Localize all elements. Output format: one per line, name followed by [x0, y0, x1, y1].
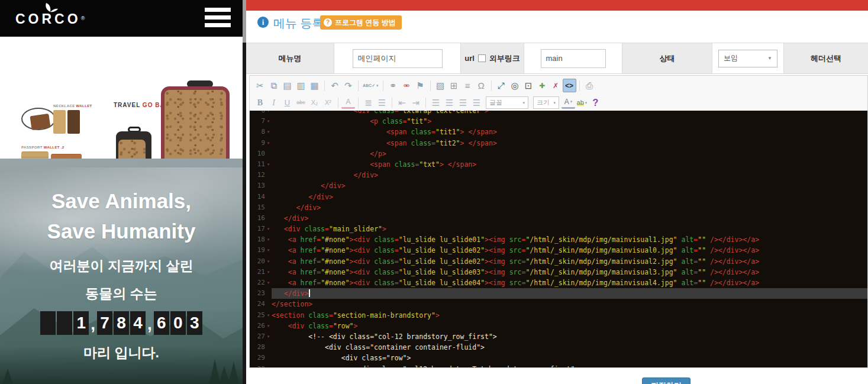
toolbar-separator [430, 80, 431, 91]
external-link-checkbox[interactable] [478, 54, 486, 62]
bg-color-icon[interactable]: ab▾ [575, 96, 589, 109]
save-button[interactable]: 저장하기 [642, 377, 690, 384]
superscript-icon[interactable]: X² [321, 96, 335, 109]
find-icon[interactable]: ◎ [508, 79, 522, 92]
toolbar-row-2: BIUabcX₂X²A≣☰⇤⇥☰☰☰☰글꼴▾크기▾A▾ab▾? [253, 94, 864, 111]
hero-section: Save Animals, Save Humanity 여러분이 지금까지 살린… [0, 159, 243, 384]
align-center-icon[interactable]: ☰ [443, 96, 456, 109]
undo-icon[interactable]: ↶ [328, 79, 341, 92]
code-line-17[interactable]: 17▾ <div class="main_slider"> [250, 224, 867, 234]
copy-icon[interactable]: ⧉ [267, 79, 280, 92]
code-line-24[interactable]: 24</section> [250, 299, 867, 309]
source-button[interactable]: <> [563, 79, 576, 92]
menu-name-label: 메뉴명 [279, 53, 302, 64]
necklace-wallet-label: NECKLACE WALLET [53, 104, 92, 108]
help-icon[interactable]: ? [589, 96, 602, 109]
strike-icon[interactable]: abc [294, 96, 308, 109]
menu-form-row: 메뉴명 url 외부링크 상태 보임 ▼ 헤더선택 [246, 43, 868, 74]
hline-icon[interactable]: ≡ [461, 79, 475, 92]
passport-wallet-label: PASSPORT WALLET .2 [21, 146, 64, 149]
brand-reg: ® [81, 15, 85, 21]
redo-icon[interactable]: ↷ [341, 79, 355, 92]
paste-icon[interactable]: ▤ [280, 79, 294, 92]
align-left-icon[interactable]: ☰ [429, 96, 443, 109]
toolbar-separator [392, 98, 392, 108]
code-line-26[interactable]: 26▾ <div class="row"> [250, 321, 867, 331]
hamburger-menu-icon[interactable] [205, 8, 231, 29]
print-icon[interactable]: ⎙ [583, 79, 596, 92]
font-dropdown[interactable]: 글꼴▾ [486, 96, 528, 109]
code-line-12[interactable]: 12 </div> [250, 170, 867, 180]
top-red-bar [246, 0, 868, 11]
admin-panel: i 메뉴 등록 ? 프로그램 연동 방법 메뉴명 url 외부링크 상태 보임 … [246, 0, 868, 384]
link-icon[interactable]: ⚭ [386, 79, 400, 92]
indent-icon[interactable]: ⇥ [409, 96, 422, 109]
code-line-30[interactable]: 30 <div class="col12 brandstoryTxt brand… [250, 364, 867, 369]
code-line-14[interactable]: 14 </div> [250, 192, 867, 202]
special-char-icon[interactable]: Ω [475, 79, 488, 92]
text-color-icon[interactable]: A▾ [562, 97, 575, 109]
code-line-11[interactable]: 11▾ <span class="txt"> </span> [250, 159, 867, 170]
paste-word-icon[interactable]: ▦ [308, 79, 321, 92]
select-all-icon[interactable]: ⊡ [522, 79, 535, 92]
code-line-25[interactable]: 25▾<section class="section-main-brandsto… [250, 310, 867, 321]
bubble-remove-icon[interactable]: ✗ [549, 79, 563, 92]
code-line-15[interactable]: 15 </div> [250, 202, 867, 213]
code-line-27[interactable]: 27▾ <!-- <div class="col-12 brandstory_r… [250, 331, 867, 342]
paste-text-icon[interactable]: ▥ [294, 79, 308, 92]
code-line-23[interactable]: 23 </div> [250, 288, 867, 299]
source-code-editor[interactable]: 6▾ <div class="txtwrap text-center">7▾ <… [249, 111, 868, 368]
counter-digit: 3 [187, 311, 202, 335]
editor-toolbar: ✂⧉▤▥▦↶↷ABC✓▾⚭⚮⚑▧⊞≡Ω⤢◎⊡✚✗<>⎙ BIUabcX₂X²A≣… [249, 75, 868, 111]
code-line-22[interactable]: 22▾ <a href="#none"><div class="lu_slide… [250, 277, 867, 288]
toolbar-separator [383, 80, 383, 91]
header-select-label: 헤더선택 [811, 53, 841, 64]
program-link-help-badge[interactable]: ? 프로그램 연동 방법 [320, 15, 402, 30]
code-line-7[interactable]: 7▾ <p class="tit"> [250, 116, 867, 127]
code-line-20[interactable]: 20▾ <a href="#none"><div class="lu_slide… [250, 256, 867, 267]
code-line-9[interactable]: 9▾ <span class="tit2"> </span> [250, 138, 867, 149]
subscript-icon[interactable]: X₂ [308, 96, 321, 109]
code-line-28[interactable]: 28 <div class="container container-fluid… [250, 342, 867, 353]
status-select[interactable]: 보임 ▼ [718, 50, 777, 67]
code-line-16[interactable]: 16 </div> [250, 213, 867, 224]
justify-icon[interactable]: ☰ [470, 96, 483, 109]
code-line-21[interactable]: 21▾ <a href="#none"><div class="lu_slide… [250, 267, 867, 277]
bold-icon[interactable]: B [253, 96, 267, 109]
remove-format-icon[interactable]: A [341, 97, 355, 109]
site-preview: CORCO® NECKLACE WALLET TRAVEL GO BAG PAS… [0, 0, 243, 384]
question-icon: ? [324, 18, 332, 27]
code-line-18[interactable]: 18▾ <a href="#none"><div class="lu_slide… [250, 234, 867, 245]
menu-name-input[interactable] [353, 49, 443, 68]
hero-subtitle-1: 여러분이 지금까지 살린 [0, 257, 243, 275]
info-icon: i [257, 17, 269, 28]
maximize-icon[interactable]: ⤢ [495, 79, 508, 92]
code-line-29[interactable]: 29 <div class="row"> [250, 353, 867, 363]
ordered-list-icon[interactable]: ≣ [362, 96, 375, 109]
cut-icon[interactable]: ✂ [253, 79, 267, 92]
spellcheck-icon[interactable]: ABC✓▾ [362, 79, 380, 92]
url-input[interactable] [541, 49, 606, 68]
code-line-6[interactable]: 6▾ <div class="txtwrap text-center"> [250, 111, 867, 116]
underline-icon[interactable]: U [280, 96, 294, 109]
site-logo[interactable]: CORCO® [15, 2, 85, 27]
size-dropdown[interactable]: 크기▾ [533, 96, 559, 109]
align-right-icon[interactable]: ☰ [456, 96, 470, 109]
hero-title-2: Save Humanity [0, 220, 243, 243]
external-link-label: 외부링크 [489, 53, 520, 64]
bubble-add-icon[interactable]: ✚ [535, 79, 549, 92]
outdent-icon[interactable]: ⇤ [395, 96, 409, 109]
unlink-icon[interactable]: ⚮ [400, 79, 414, 92]
code-line-19[interactable]: 19▾ <a href="#none"><div class="lu_slide… [250, 245, 867, 256]
italic-icon[interactable]: I [267, 96, 280, 109]
table-icon[interactable]: ⊞ [447, 79, 461, 92]
anchor-icon[interactable]: ⚑ [414, 79, 427, 92]
counter-digit: 8 [114, 311, 129, 335]
toolbar-separator [579, 80, 580, 91]
code-line-13[interactable]: 13 </div> [250, 180, 867, 191]
code-line-8[interactable]: 8▾ <span class="tit1"> </span> [250, 127, 867, 137]
unordered-list-icon[interactable]: ☰ [375, 96, 389, 109]
counter-digit: 1 [73, 311, 89, 335]
code-line-10[interactable]: 10 </p> [250, 149, 867, 159]
image-icon[interactable]: ▧ [434, 79, 447, 92]
